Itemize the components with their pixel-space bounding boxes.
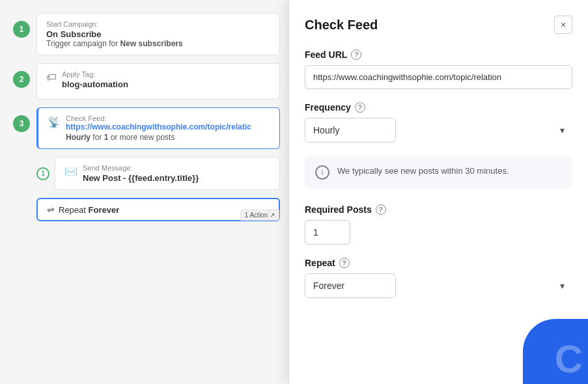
step-1-card[interactable]: Start Campaign: On Subscribe Trigger cam…: [36, 13, 280, 55]
repeat-step: ⇌ Repeat Forever 1 Action ↗: [13, 198, 280, 221]
repeat-select-wrapper: Forever Daily Weekly ▾: [305, 273, 572, 298]
step-2-main: blog-automation: [62, 79, 128, 89]
feed-url-label: Feed URL ?: [305, 49, 572, 60]
send-step-number: 1: [36, 167, 49, 180]
modal-header: Check Feed ×: [305, 16, 572, 34]
repeat-text: Repeat Forever: [59, 205, 119, 215]
required-posts-input[interactable]: [305, 220, 350, 245]
step-1-main: On Subscribe: [46, 29, 270, 39]
modal-title: Check Feed: [305, 18, 378, 33]
step-1-sub: Trigger campaign for New subscribers: [46, 39, 270, 48]
workflow-step-3: 3 📡 Check Feed: https://www.coachingwith…: [13, 107, 280, 149]
step-number-2: 2: [13, 71, 30, 88]
repeat-select[interactable]: Forever Daily Weekly: [305, 273, 396, 298]
required-posts-label: Required Posts ?: [305, 204, 572, 215]
blue-corner-letter: C: [555, 340, 583, 379]
send-label: Send Message:: [83, 164, 199, 172]
repeat-label: Repeat ?: [305, 258, 572, 268]
close-button[interactable]: ×: [554, 16, 572, 34]
step-1-label: Start Campaign:: [46, 20, 270, 28]
info-box: i We typically see new posts within 30 m…: [305, 156, 572, 189]
frequency-label: Frequency ?: [305, 102, 572, 113]
frequency-select[interactable]: Hourly Daily Weekly: [305, 118, 396, 143]
step-3-card[interactable]: 📡 Check Feed: https://www.coachingwithso…: [36, 107, 280, 149]
step-3-sub: Hourly for 1 or more new posts: [66, 133, 270, 142]
feed-icon: 📡: [48, 116, 61, 128]
email-icon: ✉️: [64, 165, 77, 178]
step-number-3: 3: [13, 115, 30, 132]
info-icon: i: [315, 165, 329, 180]
repeat-bar[interactable]: ⇌ Repeat Forever 1 Action ↗: [36, 198, 280, 221]
workflow-step-1: 1 Start Campaign: On Subscribe Trigger c…: [13, 13, 280, 55]
action-badge: 1 Action ↗: [240, 210, 279, 221]
workflow-step-2: 2 🏷 Apply Tag: blog-automation: [13, 63, 280, 100]
send-main: New Post - {{feed.entry.title}}: [83, 173, 199, 183]
send-message-step: 1 ✉️ Send Message: New Post - {{feed.ent…: [36, 157, 280, 190]
blue-corner-decoration: C: [523, 319, 588, 384]
frequency-chevron-icon: ▾: [560, 125, 565, 135]
info-text: We typically see new posts within 30 min…: [337, 165, 509, 178]
workflow-panel: 1 Start Campaign: On Subscribe Trigger c…: [0, 0, 293, 384]
feed-url-help-icon[interactable]: ?: [351, 49, 361, 60]
repeat-chevron-icon: ▾: [560, 281, 565, 291]
repeat-help-icon[interactable]: ?: [339, 258, 350, 268]
frequency-select-wrapper: Hourly Daily Weekly ▾: [305, 118, 572, 143]
repeat-icon: ⇌: [47, 204, 55, 215]
step-number-1: 1: [13, 21, 30, 38]
step-3-label: Check Feed: https://www.coachingwithsoph…: [66, 115, 270, 131]
step-2-card[interactable]: 🏷 Apply Tag: blog-automation: [36, 63, 280, 100]
required-posts-help-icon[interactable]: ?: [376, 204, 386, 215]
feed-url-input[interactable]: [305, 65, 572, 89]
step-2-label: Apply Tag:: [62, 70, 128, 78]
tag-icon: 🏷: [46, 72, 57, 83]
check-feed-modal: Check Feed × Feed URL ? Frequency ? Hour…: [288, 0, 588, 384]
frequency-help-icon[interactable]: ?: [355, 102, 365, 113]
send-message-card[interactable]: ✉️ Send Message: New Post - {{feed.entry…: [55, 157, 280, 190]
